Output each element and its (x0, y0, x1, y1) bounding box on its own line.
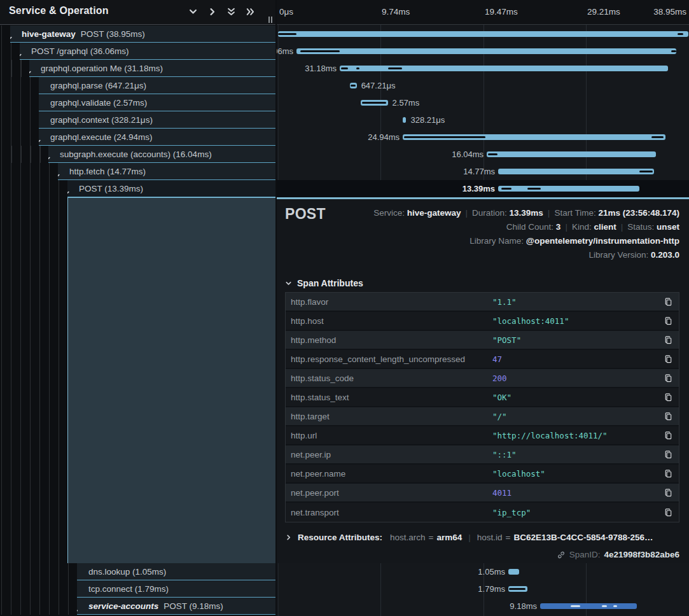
span-attributes-table: http.flavor"1.1"http.host"localhost:4011… (285, 292, 679, 522)
collapse-all-icon[interactable] (226, 7, 236, 17)
meta-value: @opentelemetry/instrumentation-http (526, 236, 679, 246)
chevron-down-icon[interactable] (58, 172, 60, 179)
chevron-down-icon[interactable] (10, 34, 13, 41)
link-icon[interactable] (557, 550, 566, 559)
span-id-value: 4e21998f3b82abe6 (604, 550, 679, 559)
timeline-axis: 0μs9.74ms19.47ms29.21ms38.95ms (277, 0, 689, 25)
timeline-row: 328.21μs (277, 111, 689, 129)
meta-label: Library Version: (588, 250, 651, 260)
chevron-down-icon[interactable] (67, 189, 70, 196)
copy-icon[interactable] (657, 488, 679, 498)
operation-label: graphql.context (328.21μs) (50, 115, 153, 125)
span-tree-row[interactable]: http.fetch (14.77ms) (0, 163, 275, 180)
span-tree-row[interactable]: graphql.execute (24.94ms) (0, 129, 275, 146)
span-tree-row[interactable]: service-accountsPOST (9.18ms) (0, 598, 275, 615)
span-tree-row[interactable]: graphql.parse (647.21μs) (0, 77, 275, 94)
duration-label: 36.06ms (277, 46, 293, 56)
timeline-panel: 0μs9.74ms19.47ms29.21ms38.95ms 36.06ms31… (277, 0, 689, 616)
span-detail-title: POST (285, 206, 326, 223)
span-attributes-header[interactable]: Span Attributes (285, 278, 363, 288)
resource-attributes-values: host.arch=arm64|host.id=BC62E13B-C4CC-58… (390, 533, 653, 542)
meta-value: client (594, 222, 616, 232)
resource-key: host.id (477, 533, 503, 542)
chevron-right-icon[interactable] (77, 606, 80, 613)
chevron-down-icon[interactable] (29, 69, 32, 76)
operation-label: POST (9.18ms) (164, 601, 223, 611)
span-tree-row[interactable]: dns.lookup (1.05ms) (0, 563, 275, 580)
span-tree-row[interactable]: hive-gatewayPOST (38.95ms) (0, 25, 275, 43)
operation-label: POST (13.39ms) (79, 184, 143, 193)
copy-icon[interactable] (657, 469, 679, 479)
span-tree-row[interactable]: graphql.operation Me (31.18ms) (0, 60, 275, 77)
attribute-value: "localhost" (492, 469, 657, 479)
operation-label: subgraph.execute (accounts) (16.04ms) (60, 150, 212, 159)
copy-icon[interactable] (657, 316, 679, 326)
child-span-marker (351, 85, 355, 87)
span-bar[interactable] (508, 569, 519, 575)
span-bar[interactable] (296, 48, 676, 54)
copy-icon[interactable] (657, 374, 679, 383)
indent-guides (0, 60, 29, 77)
resource-attributes-title: Resource Attributes: (298, 533, 382, 542)
span-bar[interactable] (403, 117, 406, 123)
span-detail-panel: POST Service: hive-gateway|Duration: 13.… (277, 197, 689, 563)
operation-label: POST (38.95ms) (81, 29, 145, 39)
child-span-marker (613, 605, 618, 607)
span-tree-row[interactable]: graphql.validate (2.57ms) (0, 94, 275, 111)
timeline-row: 16.04ms (277, 146, 689, 163)
duration-label: 31.18ms (305, 64, 337, 73)
child-span-marker (404, 136, 485, 138)
attribute-value: "/" (492, 412, 657, 421)
collapse-one-icon[interactable] (188, 7, 198, 17)
span-bar[interactable] (498, 186, 639, 192)
chevron-down-icon[interactable] (48, 155, 51, 162)
attribute-value: "OK" (492, 393, 657, 402)
copy-icon[interactable] (657, 354, 679, 364)
axis-tick: 38.95ms (653, 7, 686, 17)
indent-guides (0, 563, 77, 580)
attribute-value: "localhost:4011" (492, 316, 657, 326)
span-bar[interactable] (487, 151, 656, 157)
indent-guides (0, 580, 77, 598)
indent-guides (0, 111, 39, 129)
copy-icon[interactable] (657, 393, 679, 402)
attribute-value: "1.1" (492, 297, 657, 307)
copy-icon[interactable] (657, 431, 679, 440)
copy-icon[interactable] (657, 335, 679, 345)
span-tree-row[interactable]: tcp.connect (1.79ms) (0, 580, 275, 598)
copy-icon[interactable] (657, 412, 679, 421)
panel-resize-handle[interactable] (268, 17, 272, 23)
chevron-right-icon (285, 534, 292, 541)
copy-icon[interactable] (657, 508, 679, 517)
attribute-row: http.status_code200 (286, 369, 679, 388)
span-bar[interactable] (540, 603, 637, 609)
attribute-key: http.response_content_length_uncompresse… (286, 354, 492, 364)
span-tree-row[interactable]: subgraph.execute (accounts) (16.04ms) (0, 146, 275, 163)
timeline-row: 13.39ms (277, 180, 689, 197)
span-tree-row[interactable]: POST (13.39ms) (0, 180, 275, 197)
chevron-down-icon[interactable] (39, 137, 41, 144)
indent-guides (0, 163, 58, 180)
indent-guides (0, 43, 20, 60)
span-tree-row[interactable]: POST /graphql (36.06ms) (0, 43, 275, 60)
chevron-down-icon (285, 280, 292, 287)
span-bar[interactable] (498, 169, 654, 174)
attribute-key: net.peer.ip (286, 450, 492, 459)
duration-label: 13.39ms (463, 184, 495, 193)
attribute-row: net.peer.port4011 (286, 484, 679, 503)
attribute-key: http.url (286, 431, 492, 440)
expand-all-icon[interactable] (246, 7, 255, 17)
expand-one-icon[interactable] (207, 7, 217, 17)
resource-attributes-row[interactable]: Resource Attributes: host.arch=arm64|hos… (285, 533, 653, 542)
chevron-down-icon[interactable] (20, 52, 22, 59)
meta-value: hive-gateway (407, 208, 461, 218)
attribute-row: net.peer.ip"::1" (286, 445, 679, 465)
operation-label: http.fetch (14.77ms) (69, 167, 146, 176)
meta-value: 3 (556, 222, 561, 232)
duration-label: 647.21μs (361, 81, 396, 90)
span-tree-row[interactable]: graphql.context (328.21μs) (0, 111, 275, 129)
span-bar[interactable] (278, 31, 688, 37)
copy-icon[interactable] (657, 297, 679, 307)
indent-guides (0, 94, 39, 111)
copy-icon[interactable] (657, 450, 679, 459)
